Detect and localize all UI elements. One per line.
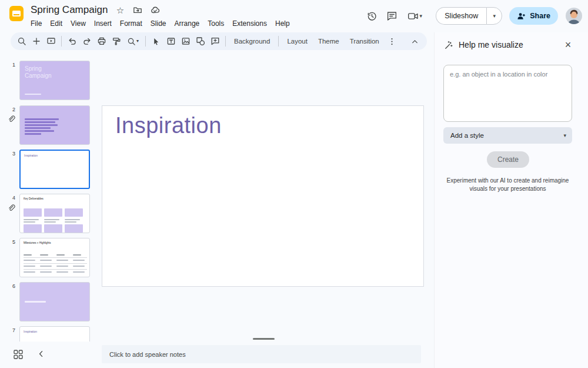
menu-extensions[interactable]: Extensions: [228, 18, 271, 29]
panel-hint-text: Experiment with our AI to create and rei…: [443, 177, 572, 193]
redo-icon[interactable]: [79, 34, 94, 49]
slide-number: 3: [6, 151, 15, 157]
thumb-title: Milestones + Highlights: [24, 241, 51, 244]
header-actions: ▾ Slideshow ▾ Share: [362, 7, 582, 25]
google-slides-app: Spring Campaign ☆ File Edit: [0, 0, 588, 368]
meet-camera-icon[interactable]: ▾: [402, 11, 427, 22]
document-title[interactable]: Spring Campaign: [31, 4, 108, 16]
help-me-visualize-panel: Help me visualize × Add a style ▾ Create…: [434, 32, 588, 368]
slide-title-text[interactable]: Inspiration: [115, 113, 222, 138]
notes-resize-handle[interactable]: [253, 338, 275, 340]
new-slide-plus-icon[interactable]: [29, 34, 44, 49]
comments-icon[interactable]: [382, 7, 402, 25]
hide-menus-chevron-icon[interactable]: [407, 34, 422, 49]
slide-thumbnail-6[interactable]: [19, 282, 90, 321]
thumb-title: Spring Campaign: [25, 65, 59, 79]
menu-slide[interactable]: Slide: [146, 18, 171, 29]
insert-image-icon[interactable]: [178, 34, 193, 49]
slide-number: 1: [6, 62, 15, 68]
close-panel-icon[interactable]: ×: [562, 38, 574, 51]
theme-button[interactable]: Theme: [313, 35, 345, 48]
speaker-notes-placeholder: Click to add speaker notes: [109, 351, 186, 358]
slide-thumbnail-1[interactable]: Spring Campaign: [19, 61, 90, 100]
visualize-prompt-input[interactable]: [443, 65, 572, 122]
search-menus-icon[interactable]: [14, 34, 29, 49]
slideshow-button[interactable]: Slideshow: [436, 7, 486, 25]
insert-shape-icon[interactable]: [193, 34, 208, 49]
magic-wand-icon: [444, 40, 454, 50]
menu-edit[interactable]: Edit: [46, 18, 66, 29]
print-icon[interactable]: [94, 34, 109, 49]
menu-format[interactable]: Format: [116, 18, 146, 29]
menu-file[interactable]: File: [26, 18, 46, 29]
paperclip-icon: [7, 115, 15, 123]
toolbar-divider: [278, 36, 279, 47]
slideshow-split-button: Slideshow ▾: [436, 7, 502, 25]
slide-number: 7: [6, 327, 15, 333]
move-folder-icon[interactable]: [132, 5, 143, 15]
panel-title: Help me visualize: [459, 40, 562, 49]
present-icon[interactable]: [44, 34, 58, 49]
select-cursor-icon[interactable]: [149, 34, 163, 49]
version-history-icon[interactable]: [362, 7, 382, 25]
transition-button[interactable]: Transition: [345, 35, 385, 48]
thumb-title: Inspiration: [24, 330, 37, 333]
thumb-title: Inspiration: [24, 154, 38, 157]
menu-insert[interactable]: Insert: [90, 18, 116, 29]
slide-thumbnail-4[interactable]: Key Deliverables: [19, 194, 90, 233]
filmstrip: 1 Spring Campaign 2 3 Inspiration 4: [0, 58, 98, 342]
menu-tools[interactable]: Tools: [203, 18, 228, 29]
share-label: Share: [530, 12, 550, 20]
zoom-caret-icon: ▾: [136, 39, 139, 44]
slide-number: 4: [6, 195, 15, 201]
menu-help[interactable]: Help: [271, 18, 294, 29]
slide-number: 2: [6, 107, 15, 112]
thumb-title: Key Deliverables: [24, 197, 44, 200]
speaker-notes-area[interactable]: Click to add speaker notes: [102, 345, 421, 363]
title-block: Spring Campaign ☆ File Edit: [31, 4, 294, 29]
background-button[interactable]: Background: [229, 35, 275, 48]
insert-comment-icon[interactable]: [208, 34, 222, 49]
slide-thumbnail-3-selected[interactable]: Inspiration: [19, 150, 90, 189]
star-icon[interactable]: ☆: [115, 5, 125, 15]
undo-icon[interactable]: [65, 34, 79, 49]
menu-bar: File Edit View Insert Format Slide Arran…: [26, 18, 294, 29]
slide-number: 5: [6, 239, 15, 245]
share-button[interactable]: Share: [509, 7, 558, 25]
layout-button[interactable]: Layout: [282, 35, 313, 48]
menu-view[interactable]: View: [66, 18, 90, 29]
cloud-saved-icon[interactable]: [150, 5, 161, 15]
paperclip-icon: [7, 204, 15, 212]
slides-logo[interactable]: [8, 5, 25, 22]
slide-thumbnail-7[interactable]: Inspiration: [19, 326, 90, 342]
camera-caret-icon: ▾: [420, 14, 423, 19]
thumb-subtitle-bar: [25, 94, 41, 95]
paint-format-icon[interactable]: [109, 34, 123, 49]
grid-view-icon[interactable]: [13, 349, 24, 360]
header: Spring Campaign ☆ File Edit: [0, 0, 588, 32]
toolbar-divider: [145, 36, 146, 47]
menu-arrange[interactable]: Arrange: [171, 18, 204, 29]
toolbar: ▾: [11, 32, 427, 50]
create-button[interactable]: Create: [487, 151, 529, 168]
collapse-filmstrip-chevron-icon[interactable]: [36, 349, 46, 359]
dropdown-caret-icon: ▾: [563, 133, 566, 138]
avatar[interactable]: [566, 8, 582, 24]
slide-canvas[interactable]: Inspiration: [102, 105, 424, 287]
toolbar-divider: [225, 36, 226, 47]
add-style-label: Add a style: [450, 132, 563, 139]
more-options-icon[interactable]: [385, 34, 399, 49]
slide-thumbnail-5[interactable]: Milestones + Highlights: [19, 238, 90, 277]
add-style-dropdown[interactable]: Add a style ▾: [443, 127, 572, 144]
toolbar-divider: [61, 36, 62, 47]
slide-thumbnail-2[interactable]: [19, 105, 90, 145]
slide-number: 6: [6, 283, 15, 289]
text-box-icon[interactable]: [163, 34, 178, 49]
zoom-select-icon[interactable]: ▾: [123, 34, 142, 49]
slideshow-caret-button[interactable]: ▾: [486, 7, 502, 25]
person-add-icon: [517, 12, 526, 21]
